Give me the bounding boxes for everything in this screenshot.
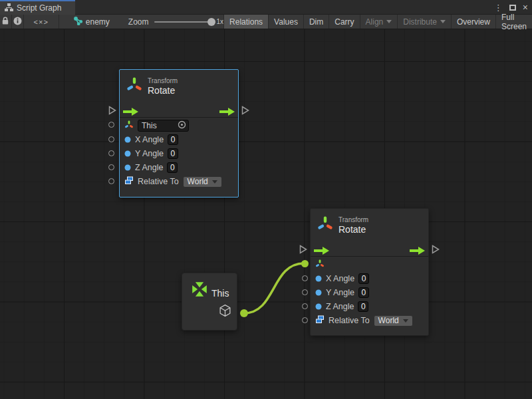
this-node-label: This — [211, 288, 229, 299]
z-angle-row: Z Angle 0 — [315, 300, 424, 313]
float-dot-icon — [315, 287, 322, 299]
float-dot-icon — [124, 148, 131, 160]
code-preview-button[interactable]: <×> — [24, 15, 59, 29]
flow-row — [311, 245, 428, 253]
node-rotate-1[interactable]: Transform Rotate This — [119, 69, 239, 198]
flow-input-port[interactable] — [108, 106, 116, 118]
tab-title: Script Graph — [17, 3, 61, 13]
x-angle-port[interactable] — [108, 136, 114, 142]
zoom-control: Zoom 1x — [128, 15, 223, 29]
x-angle-input[interactable]: 0 — [168, 134, 178, 145]
maximize-icon[interactable] — [509, 5, 516, 11]
z-angle-row: Z Angle 0 — [124, 161, 233, 174]
close-icon[interactable]: × — [523, 3, 528, 12]
zoom-slider-handle[interactable] — [207, 18, 215, 26]
node-rotate-2[interactable]: Transform Rotate X Angle 0 Y Angle — [310, 208, 429, 336]
x-angle-port[interactable] — [302, 275, 308, 281]
enum-icon — [124, 176, 134, 188]
graph-toolbar: <×> enemy Zoom 1x Relations Values Dim C… — [0, 15, 532, 29]
values-button[interactable]: Values — [269, 15, 304, 29]
overview-button[interactable]: Overview — [452, 15, 496, 29]
object-picker-icon[interactable] — [178, 120, 186, 132]
z-angle-input[interactable]: 0 — [167, 162, 178, 173]
lock-icon — [1, 17, 9, 27]
target-row: This — [124, 119, 233, 132]
tab-script-graph[interactable]: Script Graph — [0, 0, 75, 15]
float-dot-icon — [124, 162, 131, 174]
relative-to-port[interactable] — [108, 178, 114, 184]
x-angle-row: X Angle 0 — [124, 133, 233, 146]
target-input-port-connected[interactable] — [301, 260, 309, 267]
dropdown-arrow-icon — [212, 180, 217, 184]
distribute-button[interactable]: Distribute — [398, 15, 452, 29]
tab-bar: Script Graph ⋮ × — [0, 0, 532, 15]
graph-name: enemy — [86, 17, 110, 27]
transform-icon — [126, 76, 142, 96]
flow-input-port[interactable] — [299, 245, 307, 257]
this-output-port-connected[interactable] — [240, 309, 248, 317]
node-header: Transform Rotate — [311, 209, 428, 238]
relations-button[interactable]: Relations — [224, 15, 269, 29]
zoom-label: Zoom — [128, 17, 149, 27]
node-divider — [311, 256, 428, 257]
transform-mini-icon — [315, 259, 325, 271]
transform-mini-icon — [124, 120, 134, 132]
wire-layer — [0, 29, 532, 399]
target-object-value: This — [142, 121, 157, 130]
connection-wire[interactable] — [244, 263, 304, 313]
dropdown-arrow-icon — [386, 20, 392, 23]
relative-to-dropdown[interactable]: World — [183, 176, 222, 188]
graph-asset-icon — [74, 17, 82, 27]
transform-icon — [317, 215, 333, 235]
target-object-field[interactable]: This — [138, 120, 189, 132]
flow-row — [120, 106, 238, 114]
graph-breadcrumb[interactable]: enemy — [74, 15, 110, 29]
y-angle-input[interactable]: 0 — [358, 287, 369, 298]
y-angle-input[interactable]: 0 — [168, 148, 178, 159]
lock-button[interactable] — [0, 15, 12, 29]
enum-icon — [315, 315, 325, 327]
window-menu-icon[interactable]: ⋮ — [494, 3, 503, 12]
y-angle-port[interactable] — [108, 150, 114, 156]
target-row — [315, 258, 424, 271]
node-this[interactable]: This — [182, 273, 237, 331]
script-graph-icon — [5, 2, 13, 14]
node-category: Transform — [338, 216, 368, 223]
target-input-port[interactable] — [108, 122, 114, 128]
node-header: Transform Rotate — [120, 70, 238, 99]
node-title: Rotate — [338, 224, 368, 235]
inspect-button[interactable] — [12, 15, 24, 29]
flow-output-port[interactable] — [432, 245, 440, 257]
y-angle-row: Y Angle 0 — [315, 286, 424, 299]
x-angle-row: X Angle 0 — [315, 272, 424, 285]
dropdown-arrow-icon — [440, 20, 446, 23]
float-dot-icon — [315, 273, 322, 285]
gameobject-cube-icon — [219, 304, 231, 320]
dim-button[interactable]: Dim — [304, 15, 329, 29]
node-category: Transform — [148, 77, 178, 84]
z-angle-input[interactable]: 0 — [358, 301, 368, 312]
graph-canvas[interactable]: Transform Rotate This — [0, 29, 532, 399]
zoom-slider[interactable] — [154, 21, 211, 23]
toolbar-button-group: Relations Values Dim Carry Align Distrib… — [223, 15, 532, 29]
float-dot-icon — [315, 301, 322, 313]
y-angle-port[interactable] — [302, 289, 308, 295]
code-brackets-icon: <×> — [34, 18, 49, 26]
flow-output-port[interactable] — [241, 106, 249, 118]
relative-to-port[interactable] — [302, 317, 308, 323]
relative-to-row: Relative To World — [315, 314, 424, 327]
zoom-value: 1x — [217, 18, 224, 25]
z-angle-port[interactable] — [108, 164, 114, 170]
z-angle-port[interactable] — [302, 303, 308, 309]
x-angle-input[interactable]: 0 — [358, 273, 369, 284]
this-arrows-icon — [189, 278, 210, 303]
fullscreen-button[interactable]: Full Screen — [496, 15, 532, 29]
dropdown-arrow-icon — [403, 319, 408, 323]
align-button[interactable]: Align — [360, 15, 398, 29]
node-title: Rotate — [148, 85, 178, 96]
info-icon — [13, 17, 22, 27]
relative-to-dropdown[interactable]: World — [374, 315, 413, 327]
node-divider — [120, 117, 238, 118]
relative-to-row: Relative To World — [124, 175, 233, 188]
carry-button[interactable]: Carry — [329, 15, 360, 29]
